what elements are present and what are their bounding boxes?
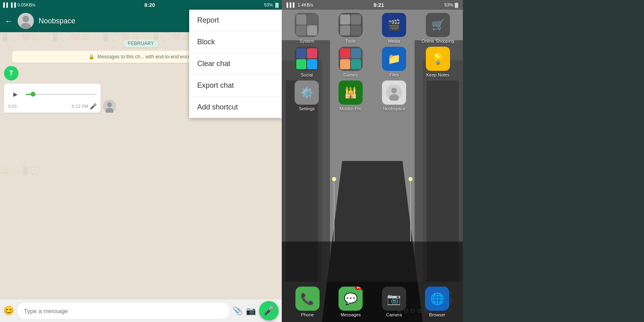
right-status-time: 9:21 <box>374 2 384 8</box>
bubble-meta: 0:03 8:12 PM 🎤 <box>8 103 97 109</box>
play-button[interactable]: ▶ <box>8 87 23 101</box>
contact-avatar[interactable] <box>18 13 34 29</box>
app-keep-notes[interactable]: 💡 Keep Notes <box>421 47 455 77</box>
chat-input-bar: 😊 📎 📷 🎤 <box>0 299 282 322</box>
right-status-right: 53% ▓ <box>444 2 458 7</box>
games-icon <box>339 47 363 71</box>
browser-icon: 🌐 <box>425 287 449 311</box>
status-right: 53% ▓ <box>264 2 279 7</box>
social-icon <box>295 47 319 71</box>
dock-browser[interactable]: 🌐 Browser <box>420 287 454 317</box>
context-menu: Report Block Clear chat Export chat Add … <box>189 10 282 118</box>
system-icon <box>295 13 319 37</box>
muslim-pro-icon: 🕌 <box>339 80 363 105</box>
files-icon: 📁 <box>382 47 406 71</box>
camera-dock-icon: 📷 <box>382 287 406 311</box>
right-phone: ▌▌▌ 1.4KB/s 9:21 53% ▓ System <box>282 0 463 322</box>
app-media[interactable]: 🎬 Media <box>377 13 411 43</box>
dock: 📞 Phone 💬 99+ Messages 📷 Camera 🌐 Browse… <box>282 282 463 322</box>
messages-label: Messages <box>341 312 361 317</box>
system-label: System <box>299 39 314 43</box>
right-status-left: ▌▌▌ 1.4KB/s <box>287 2 313 7</box>
app-tools[interactable]: Tools <box>333 13 367 43</box>
app-games[interactable]: Games <box>333 47 367 77</box>
waveform-dot <box>31 92 35 97</box>
status-time: 8:20 <box>144 2 155 8</box>
mic-fab-button[interactable]: 🎤 <box>259 301 279 320</box>
app-empty <box>421 80 455 111</box>
settings-label: Settings <box>299 106 315 111</box>
app-social[interactable]: Social <box>290 47 324 77</box>
right-data-speed: 1.4KB/s <box>297 2 313 7</box>
right-battery-icon: ▓ <box>455 2 458 7</box>
online-shopping-label: Online Shopping <box>421 39 454 43</box>
app-settings[interactable]: ⚙️ Settings <box>290 80 324 111</box>
files-label: Files <box>390 72 399 77</box>
media-label: Media <box>388 39 400 43</box>
app-muslim-pro[interactable]: 🕌 Muslim Pro <box>333 80 367 111</box>
background-area <box>463 0 644 322</box>
app-files[interactable]: 📁 Files <box>377 47 411 77</box>
right-battery-percent: 53% <box>444 2 453 7</box>
battery-icon: ▓ <box>275 2 279 7</box>
voice-controls: ▶ <box>8 87 97 101</box>
svg-point-1 <box>23 16 29 22</box>
emoji-button[interactable]: 😊 <box>3 305 14 316</box>
waveform <box>26 89 97 99</box>
noobspace-label: Noobspace <box>383 106 405 111</box>
left-status-bar: ▌▌▐▐ 0.05KB/s 8:20 53% ▓ <box>0 0 282 10</box>
phone-icon: 📞 <box>295 287 320 311</box>
phone-label: Phone <box>301 312 314 317</box>
back-button[interactable]: ← <box>5 17 13 26</box>
message-input[interactable] <box>17 303 229 319</box>
social-label: Social <box>301 72 313 77</box>
online-shopping-icon: 🛒 <box>426 13 450 37</box>
browser-label: Browser <box>429 312 445 317</box>
app-row-3: ⚙️ Settings 🕌 Muslim Pro Noobsp <box>287 80 458 111</box>
right-signal-icon: ▌▌▌ <box>287 2 296 7</box>
menu-item-block[interactable]: Block <box>189 31 282 53</box>
signal-icon: ▌▌▐▐ <box>3 2 16 7</box>
app-system[interactable]: System <box>290 13 324 43</box>
tools-icon <box>339 13 363 37</box>
menu-item-export-chat[interactable]: Export chat <box>189 75 282 97</box>
app-online-shopping[interactable]: 🛒 Online Shopping <box>421 13 455 43</box>
menu-item-add-shortcut[interactable]: Add shortcut <box>189 97 282 118</box>
right-status-bar: ▌▌▌ 1.4KB/s 9:21 53% ▓ <box>282 0 463 10</box>
empty-slot <box>426 80 450 105</box>
games-label: Games <box>343 72 357 77</box>
noobspace-icon <box>382 80 406 105</box>
waveform-track <box>26 94 97 95</box>
messages-icon: 💬 99+ <box>339 287 363 311</box>
data-speed: 0.05KB/s <box>17 2 35 7</box>
dock-camera[interactable]: 📷 Camera <box>377 287 411 317</box>
media-icon: 🎬 <box>382 13 406 37</box>
dock-messages[interactable]: 💬 99+ Messages <box>334 287 368 317</box>
status-left: ▌▌▐▐ 0.05KB/s <box>3 2 35 7</box>
tools-label: Tools <box>345 39 356 43</box>
dock-phone[interactable]: 📞 Phone <box>290 287 324 317</box>
mic-indicator-icon: 🎤 <box>90 103 97 109</box>
settings-icon: ⚙️ <box>295 80 319 105</box>
battery-percent: 53% <box>264 2 273 7</box>
menu-item-clear-chat[interactable]: Clear chat <box>189 53 282 75</box>
left-phone: ▌▌▐▐ 0.05KB/s 8:20 53% ▓ ← Noobspace 📹 📞… <box>0 0 282 322</box>
attach-button[interactable]: 📎 <box>233 306 243 316</box>
app-noobspace[interactable]: Noobspace <box>377 80 411 111</box>
camera-label: Camera <box>386 312 402 317</box>
menu-item-report[interactable]: Report <box>189 10 282 31</box>
svg-point-20 <box>391 88 397 93</box>
keep-notes-icon: 💡 <box>426 47 450 71</box>
messages-badge: 99+ <box>355 287 363 290</box>
app-row-1: System Tools 🎬 Media 🛒 <box>287 13 458 43</box>
keep-notes-label: Keep Notes <box>426 72 449 77</box>
voice-bubble: ▶ 0:03 8:12 PM 🎤 <box>4 84 101 113</box>
app-row-2: Social Games 📁 Files 💡 <box>287 47 458 77</box>
voice-duration: 0:03 <box>8 104 17 109</box>
app-grid: System Tools 🎬 Media 🛒 <box>282 10 463 114</box>
camera-button[interactable]: 📷 <box>246 306 256 316</box>
voice-time: 8:12 PM <box>72 104 88 109</box>
muslim-pro-label: Muslim Pro <box>339 106 361 111</box>
